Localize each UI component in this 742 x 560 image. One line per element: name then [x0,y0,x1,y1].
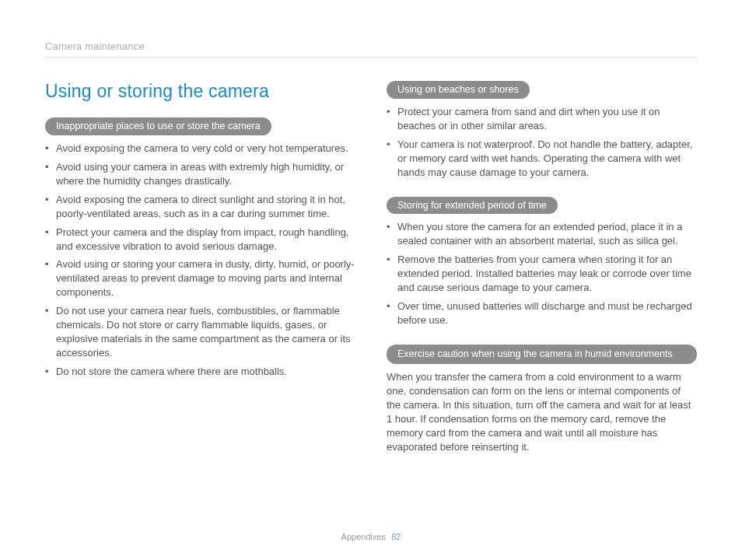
footer-section: Appendixes [341,532,387,541]
group-storing-extended: Storing for extended period of time When… [387,197,697,327]
paragraph: When you transfer the camera from a cold… [387,370,697,454]
page-title: Using or storing the camera [45,81,355,102]
list-item: Avoid exposing the camera to direct sunl… [45,193,355,221]
list-item: Protect your camera from sand and dirt w… [387,105,697,133]
header-divider [45,57,697,58]
list-item: Do not use your camera near fuels, combu… [45,304,355,360]
bullet-list: Protect your camera from sand and dirt w… [387,105,697,180]
subheading-pill: Exercise caution when using the camera i… [387,345,697,364]
manual-page: Camera maintenance Using or storing the … [0,0,742,560]
list-item: Protect your camera and the display from… [45,226,355,254]
group-inappropriate-places: Inappropriate places to use or store the… [45,117,355,379]
list-item: Your camera is not waterproof. Do not ha… [387,138,697,180]
right-column: Using on beaches or shores Protect your … [387,81,697,471]
list-item: Avoid using your camera in areas with ex… [45,160,355,188]
footer-page-number: 82 [391,532,401,541]
list-item: Avoid exposing the camera to very cold o… [45,142,355,156]
content-columns: Using or storing the camera Inappropriat… [45,81,697,471]
subheading-pill: Using on beaches or shores [387,81,530,99]
breadcrumb: Camera maintenance [45,40,697,52]
bullet-list: When you store the camera for an extende… [387,220,697,327]
bullet-list: Avoid exposing the camera to very cold o… [45,142,355,379]
list-item: Remove the batteries from your camera wh… [387,253,697,295]
left-column: Using or storing the camera Inappropriat… [45,81,355,471]
list-item: Over time, unused batteries will dischar… [387,299,697,327]
list-item: Avoid using or storing your camera in du… [45,257,355,299]
page-footer: Appendixes 82 [0,532,742,541]
group-humid-environments: Exercise caution when using the camera i… [387,345,697,454]
subheading-pill: Storing for extended period of time [387,197,558,215]
list-item: Do not store the camera where there are … [45,365,355,379]
subheading-pill: Inappropriate places to use or store the… [45,117,271,135]
list-item: When you store the camera for an extende… [387,220,697,248]
group-beaches: Using on beaches or shores Protect your … [387,81,697,180]
